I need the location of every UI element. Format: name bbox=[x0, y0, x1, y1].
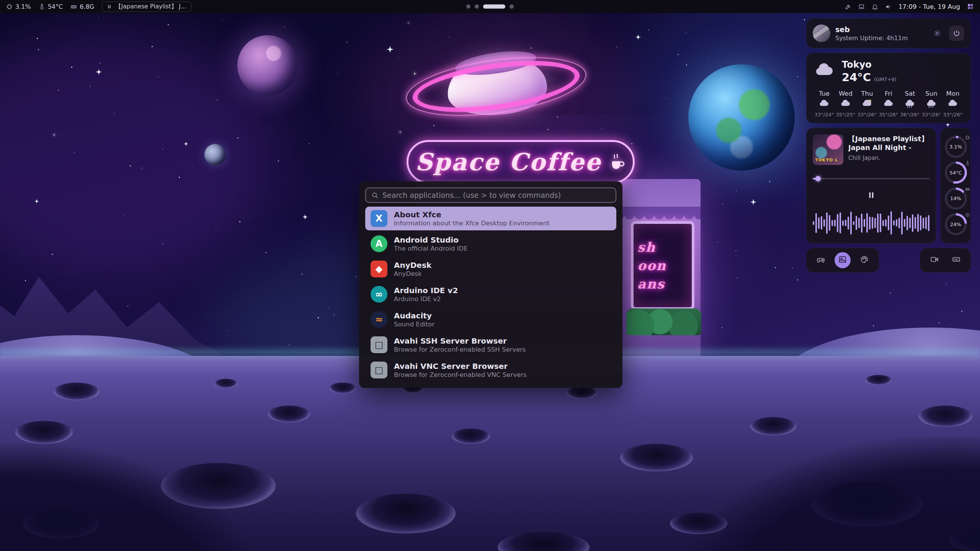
visualizer-bar bbox=[872, 217, 873, 229]
crater bbox=[356, 494, 456, 533]
visualizer-bar bbox=[869, 217, 871, 230]
rain-icon bbox=[904, 99, 916, 110]
visualizer-bar bbox=[815, 213, 817, 233]
crater bbox=[750, 417, 796, 435]
visualizer-bar bbox=[866, 213, 868, 233]
crater bbox=[919, 406, 972, 427]
app-grid-tray-item[interactable] bbox=[967, 3, 974, 10]
system-uptime: System Uptime: 4h11m bbox=[835, 34, 925, 42]
forecast-temps: 36°/26° bbox=[900, 112, 920, 117]
visualizer-bar bbox=[842, 220, 844, 226]
visualizer-bar bbox=[909, 218, 911, 228]
forecast-temps: 35°/26° bbox=[879, 112, 898, 117]
visualizer-bar bbox=[880, 214, 881, 232]
app-desc: AnyDesk bbox=[394, 270, 431, 278]
visualizer-bar bbox=[906, 216, 908, 230]
palette-button[interactable] bbox=[856, 252, 872, 268]
album-art-text: TOKYO L bbox=[815, 158, 838, 163]
screenshot-icon bbox=[838, 255, 847, 265]
visualizer-bar bbox=[923, 218, 924, 228]
cloud-icon bbox=[840, 99, 851, 110]
gear-icon bbox=[933, 29, 941, 37]
settings-button[interactable] bbox=[930, 26, 944, 40]
visualizer-bar bbox=[840, 212, 841, 233]
crater bbox=[567, 386, 597, 399]
clock[interactable]: 17:09 - Tue, 19 Aug bbox=[898, 3, 960, 10]
app-desc: Browse for Zeroconf-enabled VNC Servers bbox=[394, 371, 526, 379]
track-title: 【Japanese Playlist】 Japan All Night - To… bbox=[848, 134, 929, 153]
weather-cloud-icon bbox=[813, 62, 836, 81]
forecast-day: Thu bbox=[861, 90, 873, 97]
controller-button[interactable] bbox=[813, 252, 829, 268]
forecast-day: Fri bbox=[885, 90, 892, 97]
app-row-arduino-ide-v2[interactable]: ∞Arduino IDE v2Arduino IDE v2 bbox=[365, 282, 616, 306]
visualizer-bar bbox=[831, 220, 833, 226]
display-tray-item[interactable] bbox=[858, 3, 865, 10]
forecast-temps: 33°/26° bbox=[922, 112, 941, 117]
tools-tray-item[interactable] bbox=[845, 3, 851, 10]
search-icon bbox=[371, 192, 379, 199]
app-row-audacity[interactable]: ≈AudacitySound Editor bbox=[365, 308, 616, 331]
workspace-2[interactable] bbox=[475, 5, 479, 9]
gauge-value: 3.1% bbox=[945, 136, 967, 158]
cpu-icon bbox=[965, 134, 970, 142]
visualizer-bar bbox=[853, 221, 854, 225]
memory-icon bbox=[965, 186, 970, 193]
gauge-memory: 14% bbox=[945, 187, 967, 210]
volume-tray-item[interactable] bbox=[885, 3, 892, 10]
now-playing-text: 【Japanese Playlist】 J... bbox=[115, 3, 186, 11]
visualizer-bar bbox=[890, 211, 892, 235]
android-studio-icon: A bbox=[371, 235, 387, 252]
crater bbox=[498, 532, 590, 551]
video-icon bbox=[930, 255, 939, 265]
app-row-about-xfce[interactable]: XAbout XfceInformation about the Xfce De… bbox=[365, 207, 616, 230]
audacity-icon: ≈ bbox=[371, 311, 387, 328]
workspace-4[interactable] bbox=[510, 5, 514, 9]
arduino-ide-v2-icon: ∞ bbox=[371, 286, 387, 303]
screenshot-button[interactable] bbox=[835, 252, 851, 268]
wrench-icon bbox=[845, 3, 851, 10]
app-row-android-studio[interactable]: AAndroid StudioThe official Android IDE bbox=[365, 232, 616, 256]
forecast-temps: 33°/26° bbox=[943, 112, 962, 117]
app-row-anydesk[interactable]: ◆AnyDeskAnyDesk bbox=[365, 257, 616, 281]
pause-button[interactable] bbox=[864, 188, 878, 202]
visualizer-bar bbox=[864, 219, 865, 227]
visualizer-bar bbox=[848, 217, 849, 230]
keyboard-icon bbox=[952, 255, 960, 265]
gauge-value: 14% bbox=[945, 187, 967, 210]
notifications-tray-item[interactable] bbox=[872, 3, 878, 10]
power-button[interactable] bbox=[949, 26, 964, 41]
forecast-temps: 33°/24° bbox=[815, 112, 834, 117]
forecast-temps: 33°/26° bbox=[858, 112, 877, 117]
audio-visualizer bbox=[813, 209, 929, 237]
pause-icon bbox=[867, 191, 875, 199]
progress-knob[interactable] bbox=[815, 176, 821, 181]
weather-temp: 24°C bbox=[842, 71, 871, 84]
user-card: seb System Uptime: 4h11m bbox=[806, 18, 971, 48]
laptop-icon bbox=[858, 3, 865, 10]
visualizer-bar bbox=[896, 219, 897, 227]
app-title: Android Studio bbox=[394, 235, 468, 245]
search-input[interactable] bbox=[382, 191, 610, 199]
video-button[interactable] bbox=[926, 252, 942, 268]
system-gauges-card: 3.1%54°C14%24% bbox=[941, 128, 971, 243]
gauge-disk: 24% bbox=[945, 213, 967, 235]
track-artist: Chill Japan. bbox=[848, 155, 929, 161]
visualizer-bar bbox=[917, 214, 919, 232]
cpu-usage-indicator[interactable]: 3.1% bbox=[6, 3, 31, 10]
search-bar[interactable] bbox=[365, 187, 616, 203]
workspace-3-active[interactable] bbox=[483, 5, 505, 9]
keyboard-button[interactable] bbox=[948, 252, 964, 268]
app-desc: Arduino IDE v2 bbox=[394, 295, 458, 303]
disk-icon bbox=[965, 212, 970, 219]
quick-actions-left bbox=[806, 248, 879, 272]
track-progress[interactable] bbox=[813, 176, 929, 181]
app-row-avahi-ssh-server-browser[interactable]: □Avahi SSH Server BrowserBrowse for Zero… bbox=[365, 333, 616, 357]
memory-indicator[interactable]: 6.8G bbox=[70, 3, 94, 10]
temperature-indicator[interactable]: 54°C bbox=[39, 3, 63, 10]
workspace-1[interactable] bbox=[466, 5, 470, 9]
visualizer-bar bbox=[912, 214, 913, 232]
now-playing-widget[interactable]: 【Japanese Playlist】 J... bbox=[102, 2, 191, 12]
avatar[interactable] bbox=[813, 24, 830, 42]
app-row-avahi-vnc-server-browser[interactable]: □Avahi VNC Server BrowserBrowse for Zero… bbox=[365, 358, 616, 382]
